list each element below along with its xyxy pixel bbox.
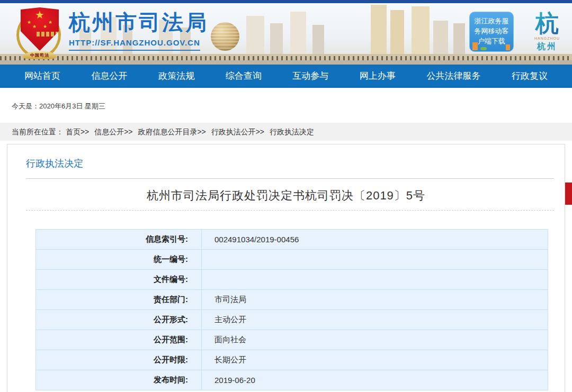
nav-item-info-disclosure[interactable]: 信息公开: [92, 70, 128, 82]
breadcrumb-separator: >>: [81, 127, 89, 136]
site-url: HTTP://SF.HANGZHOU.GOV.CN: [69, 38, 200, 51]
breadcrumb-item-decision[interactable]: 行政执法决定: [270, 127, 314, 136]
hangzhou-city-logo: 杭 HANGZHOU 杭州: [524, 11, 570, 61]
breadcrumb-item-enforcement[interactable]: 行政执法公开: [211, 127, 256, 136]
badge-line: 务网移动客: [470, 26, 513, 36]
nav-item-legal-services[interactable]: 公共法律服务: [426, 70, 480, 82]
building-shape: [390, 10, 404, 54]
page: ★ ★ ★ ★ ★ 中国司法 杭州市司法局 HTTP://SF.HANGZHOU…: [0, 0, 572, 392]
info-bar: 今天是：2020年6月3日 星期三: [0, 88, 572, 122]
building-shape: [290, 12, 306, 54]
nav-item-home[interactable]: 网站首页: [24, 70, 60, 82]
meta-value: 市司法局: [202, 290, 548, 310]
meta-label: 公开形式:: [36, 310, 202, 330]
meta-label: 信息索引号:: [36, 230, 202, 250]
divider-dotted: [26, 210, 554, 211]
star-icon: ★: [32, 24, 37, 29]
star-icon: ★: [43, 24, 47, 29]
section-title: 行政执法决定: [26, 157, 83, 170]
city-logo-glyph: 杭: [524, 11, 570, 36]
badge-building-shape: [506, 44, 510, 50]
table-row: 文件编号:: [36, 270, 548, 290]
meta-label: 统一编号:: [36, 250, 202, 270]
justice-emblem-icon: ★ ★ ★ ★ ★ 中国司法: [13, 7, 66, 62]
nav-item-online-services[interactable]: 网上办事: [360, 70, 396, 82]
meta-value: 002491034/2019-00456: [202, 230, 548, 250]
breadcrumb-separator: >>: [256, 127, 264, 136]
site-header: ★ ★ ★ ★ ★ 中国司法 杭州市司法局 HTTP://SF.HANGZHOU…: [0, 3, 572, 65]
meta-value: 长期公开: [202, 350, 548, 370]
meta-label: 公开时限:: [36, 350, 202, 370]
content-card: 行政执法决定 杭州市司法局行政处罚决定书杭司罚决〔2019〕5号 信息索引号: …: [7, 144, 565, 392]
document-title: 杭州市司法局行政处罚决定书杭司罚决〔2019〕5号: [7, 188, 565, 204]
today-date: 今天是：2020年6月3日 星期三: [12, 102, 105, 111]
meta-value: 面向社会: [202, 330, 548, 350]
building-shape: [433, 21, 448, 54]
nav-item-policies[interactable]: 政策法规: [158, 70, 194, 82]
app-download-badge[interactable]: 浙江政务服 务网移动客 户端下载: [469, 12, 514, 52]
emblem-banner: 中国司法: [23, 51, 57, 59]
star-icon: ★: [21, 10, 59, 20]
meta-label: 发布时间:: [36, 370, 202, 390]
meta-label: 公开范围:: [36, 330, 202, 350]
building-shape: [412, 6, 430, 54]
table-row: 统一编号:: [36, 250, 548, 270]
table-row: 发布时间: 2019-06-20: [36, 370, 548, 390]
breadcrumb: 当前所在位置： 首页>> 信息公开>> 政府信息公开目录>> 行政执法公开>> …: [0, 123, 572, 141]
table-row: 公开形式: 主动公开: [36, 310, 548, 330]
star-icon: ★: [27, 20, 31, 25]
table-row: 公开范围: 面向社会: [36, 330, 548, 350]
breadcrumb-separator: >>: [124, 127, 132, 136]
sphere-building-shape: [211, 22, 239, 51]
site-name: 杭州市司法局: [69, 11, 209, 34]
nav-item-interaction[interactable]: 互动参与: [292, 70, 328, 82]
main-nav: 网站首页 信息公开 政策法规 综合查询 互动参与 网上办事 公共法律服务 行政复…: [0, 65, 572, 88]
building-shape: [270, 23, 283, 54]
water-decoration: [0, 60, 572, 65]
building-shape: [312, 25, 324, 54]
badge-line: 浙江政务服: [470, 16, 513, 26]
nav-item-query[interactable]: 综合查询: [226, 70, 262, 82]
breadcrumb-separator: >>: [197, 127, 205, 136]
building-shape: [371, 5, 387, 54]
table-row: 公开时限: 长期公开: [36, 350, 548, 370]
pier-decoration: [0, 54, 572, 60]
building-shape: [453, 23, 465, 54]
city-logo-cn: 杭州: [524, 41, 570, 52]
city-logo-en: HANGZHOU: [524, 36, 570, 41]
divider-solid: [26, 178, 554, 179]
table-row: 信息索引号: 002491034/2019-00456: [36, 230, 548, 250]
meta-label: 文件编号:: [36, 270, 202, 290]
table-row: 责任部门: 市司法局: [36, 290, 548, 310]
building-shape: [246, 16, 264, 54]
brand-block: 杭州市司法局 HTTP://SF.HANGZHOU.GOV.CN: [69, 11, 209, 51]
breadcrumb-prefix: 当前所在位置：: [12, 127, 64, 136]
meta-value: [202, 250, 548, 270]
star-icon: ★: [48, 20, 52, 25]
badge-building-shape: [472, 42, 478, 50]
meta-value: [202, 270, 548, 290]
meta-label: 责任部门:: [36, 290, 202, 310]
document-meta-table: 信息索引号: 002491034/2019-00456 统一编号: 文件编号: …: [35, 229, 548, 390]
breadcrumb-item-info[interactable]: 信息公开: [94, 127, 124, 136]
badge-building-shape: [480, 47, 487, 50]
meta-value: 2019-06-20: [202, 370, 548, 390]
breadcrumb-item-home[interactable]: 首页: [66, 127, 81, 136]
meta-value: 主动公开: [202, 310, 548, 330]
nav-item-admin-review[interactable]: 行政复议: [512, 70, 548, 82]
breadcrumb-item-catalog[interactable]: 政府信息公开目录: [138, 127, 197, 136]
